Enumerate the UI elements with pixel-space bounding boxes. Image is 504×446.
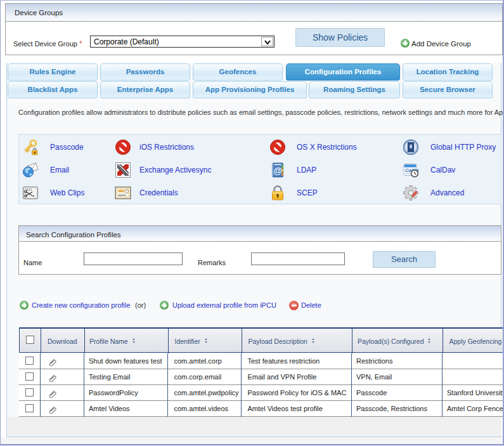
svg-text:@: @ <box>273 166 282 176</box>
